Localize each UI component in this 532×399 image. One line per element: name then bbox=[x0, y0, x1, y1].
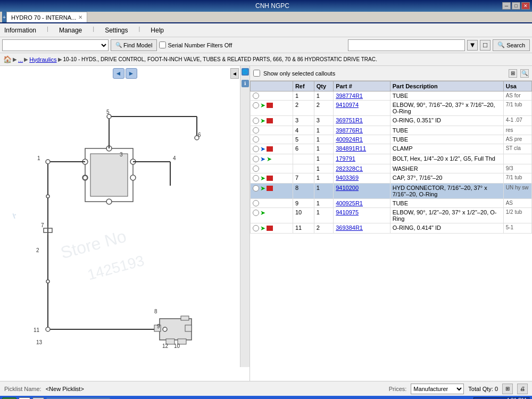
model-dropdown[interactable] bbox=[2, 39, 109, 51]
menu-help[interactable]: Help bbox=[148, 26, 166, 35]
diagram-next-button[interactable]: ► bbox=[126, 68, 137, 79]
part-link[interactable]: 282328C1 bbox=[336, 165, 363, 172]
col-header-desc[interactable]: Part Description bbox=[390, 81, 503, 92]
row-arrow-blue-icon[interactable]: ➤ bbox=[260, 145, 265, 153]
table-row[interactable]: 1282328C1WASHER9/3 bbox=[251, 164, 532, 173]
table-row[interactable]: ➤719403369CAP, 37°, 7/16"–207/1 tub bbox=[251, 173, 532, 184]
parts-table-container[interactable]: Ref Qty Part # Part Description Usa 1139… bbox=[250, 81, 532, 381]
row-square-red-icon[interactable] bbox=[267, 186, 273, 191]
menu-information[interactable]: Information bbox=[2, 26, 38, 35]
row-arrow-green-icon[interactable]: ➤ bbox=[260, 117, 265, 124]
row-add-icon[interactable] bbox=[253, 185, 259, 192]
part-link[interactable]: 384891R11 bbox=[336, 145, 366, 152]
close-button[interactable]: ✕ bbox=[521, 2, 530, 10]
row-arrow-green-icon[interactable]: ➤ bbox=[260, 225, 265, 232]
table-row[interactable]: ➤61384891R11CLAMPST cla bbox=[251, 144, 532, 154]
row-part-num[interactable]: 9410975 bbox=[334, 208, 390, 223]
row-square-red-icon[interactable] bbox=[267, 103, 273, 108]
diagram-prev-button[interactable]: ◄ bbox=[113, 68, 124, 79]
part-link[interactable]: 398774R1 bbox=[336, 93, 363, 99]
breadcrumb-hydraulics[interactable]: Hydraulics bbox=[29, 56, 56, 63]
table-row[interactable]: 51400924R1TUBEAS pre bbox=[251, 135, 532, 144]
table-row[interactable]: ➤33369751R1O-RING, 0.351" ID4-1 .07 bbox=[251, 116, 532, 126]
row-add-icon[interactable] bbox=[253, 127, 259, 134]
prices-dropdown[interactable]: Manufacturer bbox=[411, 384, 464, 394]
row-part-num[interactable]: 369384R1 bbox=[334, 223, 390, 234]
table-row[interactable]: ➤➤1179791BOLT, Hex, 1/4"–20 x 1/2", G5, … bbox=[251, 154, 532, 164]
row-part-num[interactable]: 384891R11 bbox=[334, 144, 390, 154]
col-header-ref[interactable]: Ref bbox=[293, 81, 314, 92]
export-button[interactable]: ⊞ bbox=[502, 384, 513, 394]
row-add-icon[interactable] bbox=[253, 146, 259, 152]
row-arrow-green2-icon[interactable]: ➤ bbox=[267, 155, 272, 163]
part-link[interactable]: 400924R1 bbox=[336, 136, 363, 143]
menu-manage[interactable]: Manage bbox=[57, 26, 84, 35]
show-callouts-checkbox[interactable] bbox=[253, 70, 260, 77]
search-dropdown-btn[interactable]: ▼ bbox=[467, 40, 478, 51]
row-part-num[interactable]: 9410974 bbox=[334, 101, 390, 116]
row-arrow-green-icon[interactable]: ➤ bbox=[260, 174, 265, 182]
row-part-num[interactable]: 398776R1 bbox=[334, 126, 390, 135]
table-row[interactable]: ➤819410200HYD CONNECTOR, 7/16"–20, 37° x… bbox=[251, 184, 532, 199]
part-link[interactable]: 9410974 bbox=[336, 102, 359, 108]
row-add-icon[interactable] bbox=[253, 102, 259, 109]
row-add-icon[interactable] bbox=[253, 200, 259, 206]
part-link[interactable]: 369384R1 bbox=[336, 225, 363, 231]
row-part-num[interactable]: 282328C1 bbox=[334, 164, 390, 173]
row-add-icon[interactable] bbox=[253, 210, 259, 216]
print-button[interactable]: 🖨 bbox=[517, 384, 528, 394]
search-input[interactable] bbox=[348, 39, 465, 51]
search-button[interactable]: 🔍 Search bbox=[493, 39, 530, 51]
table-row[interactable]: ➤229410974ELBOW, 90°, 7/16"–20, 37° x 7/… bbox=[251, 101, 532, 116]
row-add-icon[interactable] bbox=[253, 165, 259, 172]
tab-close-icon[interactable]: ✕ bbox=[78, 14, 82, 20]
row-square-red-icon[interactable] bbox=[267, 146, 273, 152]
serial-filter-checkbox[interactable] bbox=[159, 41, 166, 48]
row-add-icon[interactable] bbox=[253, 136, 259, 143]
panel-search-icon[interactable]: 🔍 bbox=[520, 69, 529, 78]
new-tab-button[interactable]: + bbox=[2, 12, 6, 22]
globe-icon[interactable]: 🌐 bbox=[242, 68, 249, 76]
maximize-button[interactable]: □ bbox=[512, 2, 520, 10]
find-model-button[interactable]: 🔍 Find Model bbox=[111, 39, 157, 51]
breadcrumb-ellipsis[interactable]: ... bbox=[18, 56, 23, 63]
row-add-icon[interactable] bbox=[253, 118, 259, 124]
info-side-icon[interactable]: ℹ bbox=[242, 80, 249, 87]
row-square-red-icon[interactable] bbox=[267, 176, 273, 181]
row-square-red-icon[interactable] bbox=[267, 118, 273, 123]
part-link[interactable]: 179791 bbox=[336, 155, 355, 162]
part-link[interactable]: 400925R1 bbox=[336, 200, 363, 206]
row-part-num[interactable]: 9403369 bbox=[334, 173, 390, 184]
breadcrumb-home-icon[interactable]: 🏠 bbox=[3, 55, 12, 63]
col-header-usage[interactable]: Usa bbox=[503, 81, 531, 92]
row-part-num[interactable]: 400925R1 bbox=[334, 199, 390, 208]
row-part-num[interactable]: 369751R1 bbox=[334, 116, 390, 126]
main-tab[interactable]: HYDRO 70 - INTERNA... ✕ bbox=[6, 12, 87, 22]
part-link[interactable]: 9410975 bbox=[336, 209, 359, 215]
row-arrow-green-icon[interactable]: ➤ bbox=[260, 209, 265, 217]
minimize-button[interactable]: ─ bbox=[502, 2, 511, 10]
panel-options-button[interactable]: ⊞ bbox=[509, 69, 517, 78]
collapse-panel-button[interactable]: ◄ bbox=[230, 68, 239, 79]
row-add-icon[interactable] bbox=[253, 175, 259, 181]
search-clear-btn[interactable]: □ bbox=[480, 40, 491, 51]
row-part-num[interactable]: 179791 bbox=[334, 154, 390, 164]
part-link[interactable]: 369751R1 bbox=[336, 117, 363, 123]
table-row[interactable]: 11398774R1TUBEAS for bbox=[251, 92, 532, 101]
part-link[interactable]: 398776R1 bbox=[336, 127, 363, 134]
row-arrow-blue-icon[interactable]: ➤ bbox=[260, 155, 265, 163]
table-row[interactable]: 91400925R1TUBEAS bbox=[251, 199, 532, 208]
row-arrow-green-icon[interactable]: ➤ bbox=[260, 185, 265, 192]
table-row[interactable]: ➤112369384R1O-RING, 0.414" ID5-1 bbox=[251, 223, 532, 234]
row-part-num[interactable]: 9410200 bbox=[334, 184, 390, 199]
table-row[interactable]: 41398776R1TUBEres bbox=[251, 126, 532, 135]
row-part-num[interactable]: 400924R1 bbox=[334, 135, 390, 144]
row-add-icon[interactable] bbox=[253, 225, 259, 231]
row-add-icon[interactable] bbox=[253, 156, 259, 162]
part-link[interactable]: 9403369 bbox=[336, 174, 359, 181]
row-square-red-icon[interactable] bbox=[267, 226, 273, 231]
menu-settings[interactable]: Settings bbox=[103, 26, 130, 35]
part-link[interactable]: 9410200 bbox=[336, 185, 359, 191]
table-row[interactable]: ➤1019410975ELBOW, 90°, 1/2"–20, 37° x 1/… bbox=[251, 208, 532, 223]
col-header-qty[interactable]: Qty bbox=[314, 81, 333, 92]
